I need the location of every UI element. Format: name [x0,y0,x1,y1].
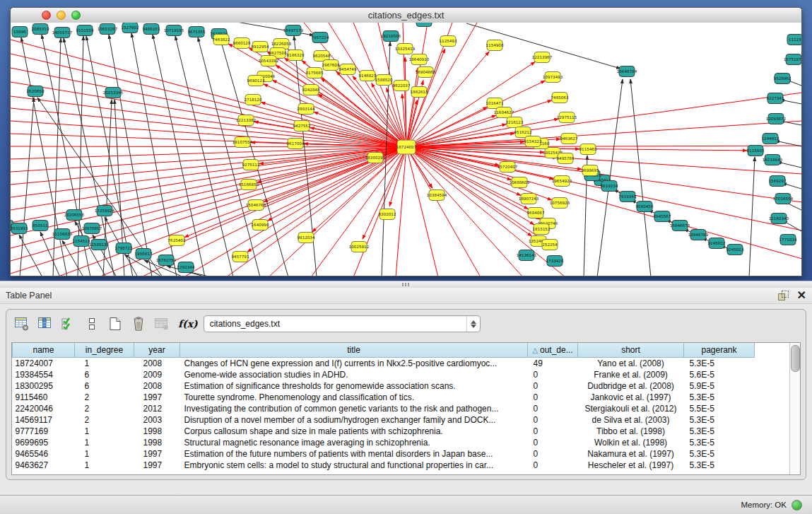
table-row[interactable]: 1938455462009Genome-wide association stu… [13,369,790,380]
graph-node[interactable]: 9227341 [767,93,784,104]
graph-node[interactable]: 17016504 [773,194,794,204]
graph-node[interactable]: 7485063 [551,93,569,103]
graph-node[interactable]: 15751874 [784,54,801,65]
zoom-window-button[interactable] [71,11,81,20]
graph-node[interactable]: 15046768 [246,200,266,211]
delete-column-icon[interactable] [129,314,148,334]
graph-node[interactable]: 1795722 [115,243,133,254]
network-view-window[interactable]: citations_edges.txt 15696208531914055717… [10,7,802,276]
graph-node[interactable]: 10756928 [550,198,570,209]
graph-node[interactable]: 1244413 [762,134,779,144]
column-header-title[interactable]: title [180,343,528,358]
graph-node[interactable]: 11604627 [494,107,514,118]
graph-node[interactable]: 9890123 [247,76,265,86]
graph-node[interactable]: 1527602 [122,23,139,33]
graph-node[interactable]: 20253346 [103,88,124,98]
graph-node[interactable]: 9684067 [527,208,545,218]
select-all-icon[interactable] [59,314,78,334]
graph-edge[interactable] [11,146,406,147]
network-canvas[interactable]: 1569620853191405571791515591065328715276… [11,23,801,276]
graph-node[interactable]: 9275112 [242,160,260,170]
graph-node[interactable]: 9154323 [524,136,542,147]
close-window-button[interactable] [42,11,51,20]
graph-node[interactable]: 9115460 [579,144,597,155]
graph-node[interactable]: 2718120 [245,95,262,105]
table-selector-dropdown[interactable]: citations_edges.txt [204,315,481,332]
graph-node[interactable]: 8945567 [654,211,671,222]
import-table-icon[interactable] [152,314,172,334]
graph-node[interactable]: 1154519 [73,236,90,247]
float-panel-icon[interactable] [778,291,789,300]
graph-node[interactable]: 7919345 [619,192,637,202]
graph-node[interactable]: 12505135 [89,240,110,250]
graph-node[interactable]: 16904868 [416,67,436,78]
graph-node[interactable]: 8619234 [601,181,618,192]
graph-node[interactable]: 15696 [12,27,28,37]
graph-edge[interactable] [11,147,406,235]
table-row[interactable]: 911546021997Tourette syndrome. Phenomeno… [13,392,790,403]
window-titlebar[interactable]: citations_edges.txt [11,8,801,23]
new-column-icon[interactable] [105,314,125,334]
graph-node[interactable]: 14055717 [52,28,73,38]
graph-node[interactable]: 9495786 [557,153,575,164]
graph-node[interactable]: 9671355 [188,27,206,37]
memory-status-indicator-icon[interactable] [792,500,802,510]
graph-node[interactable]: 7463822 [213,35,230,45]
graph-node[interactable]: 2620650 [27,86,45,97]
graph-node[interactable]: 9822037 [393,81,411,91]
graph-node[interactable]: 2803144 [298,104,315,115]
graph-node[interactable]: 9427552 [293,121,311,132]
graph-node[interactable]: 8186328 [287,50,305,61]
graph-edge[interactable] [406,107,487,147]
graph-node[interactable]: 3216123 [506,117,524,128]
graph-node[interactable]: 19218586 [381,31,401,42]
graph-node[interactable]: 9560456 [636,201,654,212]
column-header-name[interactable]: name [13,343,75,358]
graph-node[interactable]: 18107554 [233,137,253,148]
graph-node[interactable]: 18640910 [409,54,430,65]
graph-edge[interactable] [11,147,406,159]
graph-node[interactable]: 9617004 [287,139,305,149]
graph-node[interactable]: 16946678 [670,221,690,231]
graph-node[interactable]: 13325419 [395,44,416,54]
graph-node[interactable]: 9457791 [232,252,249,262]
table-row[interactable]: 977716911998Corpus callosum shape and si… [13,426,790,437]
graph-node[interactable]: 9146821 [359,71,377,81]
graph-node[interactable]: 12213967 [532,52,553,63]
graph-node[interactable]: 7625402 [168,235,186,246]
graph-node[interactable]: 8115935 [747,146,765,156]
graph-edge[interactable] [406,93,801,147]
clear-selection-icon[interactable] [82,314,102,334]
graph-node[interactable]: 9329962 [774,74,792,84]
resize-grip-icon[interactable] [402,283,409,286]
function-builder-button[interactable]: f(x) [178,318,198,329]
graph-node[interactable]: 14136141 [517,250,537,261]
minimize-window-button[interactable] [57,11,66,20]
graph-node[interactable]: 9466161 [143,24,160,35]
graph-node[interactable]: 10946789 [688,230,709,240]
column-header-pagerank[interactable]: pagerank [684,343,755,358]
graph-node[interactable]: 10688609 [510,177,530,188]
graph-node[interactable]: 16782759 [156,255,177,266]
graph-edge[interactable] [261,103,406,147]
graph-node[interactable]: 10973493 [543,72,563,83]
table-row[interactable]: 1830029562008Estimation of significance … [13,380,790,392]
graph-edge[interactable] [273,80,406,147]
column-header-out_de[interactable]: △out_de... [528,343,578,358]
table-row[interactable]: 2242004622012Investigating the contribut… [13,403,790,414]
graph-node[interactable]: 8413054 [416,23,433,27]
graph-node[interactable]: 1815152 [533,224,551,235]
graph-node[interactable]: 10025912 [349,242,369,252]
graph-node[interactable]: 3175685 [306,68,324,78]
graph-node[interactable]: 19654923 [552,176,572,187]
show-column-icon[interactable] [35,314,55,334]
graph-edge[interactable] [53,38,61,276]
graph-node[interactable]: 1995817 [135,249,153,259]
graph-node[interactable]: 1125493 [440,36,457,47]
graph-edge[interactable] [777,162,801,168]
graph-node[interactable]: 16648784 [617,66,637,77]
table-row[interactable]: 946554611997Estimation of the future num… [13,448,790,460]
graph-node[interactable]: 1154908 [486,40,504,51]
graph-node[interactable]: 3931993 [11,223,28,234]
graph-node[interactable]: 12093872 [766,114,786,124]
